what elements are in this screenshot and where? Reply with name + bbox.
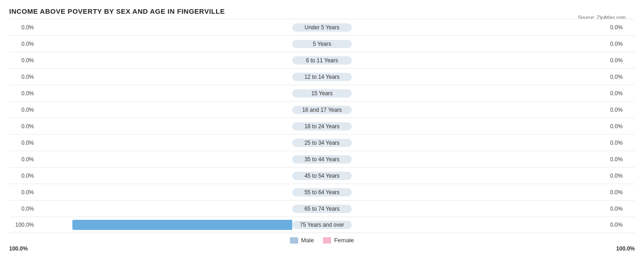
age-label: 35 to 44 Years: [292, 155, 352, 163]
age-label: 45 to 54 Years: [292, 172, 352, 180]
male-value: 0.0%: [9, 156, 37, 163]
bar-container: 5 Years: [37, 36, 607, 52]
male-bar: [72, 220, 292, 230]
female-value: 0.0%: [607, 41, 635, 47]
chart-row: 0.0% 16 and 17 Years 0.0%: [9, 101, 635, 118]
female-bar-wrap: [352, 154, 607, 164]
chart-area: 0.0% Under 5 Years 0.0% 0.0% 5 Years: [9, 19, 635, 233]
bar-container: 45 to 54 Years: [37, 168, 607, 184]
age-label: 6 to 11 Years: [292, 56, 352, 65]
chart-row: 0.0% 55 to 64 Years 0.0%: [9, 184, 635, 200]
female-value: 0.0%: [607, 189, 635, 196]
bar-container: Under 5 Years: [37, 19, 607, 35]
bar-container: 15 Years: [37, 85, 607, 101]
female-value: 0.0%: [607, 140, 635, 146]
male-bar-wrap: [37, 55, 292, 65]
male-value: 0.0%: [9, 41, 37, 47]
male-value: 0.0%: [9, 173, 37, 179]
age-label: 5 Years: [292, 40, 352, 48]
male-value: 0.0%: [9, 140, 37, 146]
bar-container: 75 Years and over: [37, 217, 607, 233]
female-value: 0.0%: [607, 206, 635, 212]
bottom-right-value: 100.0%: [616, 245, 635, 252]
female-value: 0.0%: [607, 173, 635, 179]
bottom-left-value: 100.0%: [9, 245, 28, 252]
chart-row: 100.0% 75 Years and over 0.0%: [9, 217, 635, 233]
male-value: 0.0%: [9, 74, 37, 80]
male-bar-wrap: [37, 39, 292, 49]
male-value: 100.0%: [9, 222, 37, 228]
female-bar-wrap: [352, 105, 607, 115]
female-bar-wrap: [352, 220, 607, 230]
chart-row: 0.0% 65 to 74 Years 0.0%: [9, 200, 635, 217]
age-label: Under 5 Years: [292, 23, 352, 32]
age-label: 75 Years and over: [292, 221, 352, 229]
legend-female-box: [323, 237, 331, 244]
male-value: 0.0%: [9, 57, 37, 64]
age-label: 65 to 74 Years: [292, 205, 352, 213]
female-bar-wrap: [352, 55, 607, 65]
female-bar-wrap: [352, 72, 607, 82]
female-bar-wrap: [352, 204, 607, 214]
female-bar-wrap: [352, 138, 607, 148]
bar-container: 25 to 34 Years: [37, 135, 607, 151]
bar-container: 12 to 14 Years: [37, 69, 607, 85]
female-value: 0.0%: [607, 123, 635, 130]
chart-row: 0.0% 25 to 34 Years 0.0%: [9, 134, 635, 151]
chart-row: 0.0% 18 to 24 Years 0.0%: [9, 118, 635, 134]
male-bar-wrap: [37, 105, 292, 115]
female-value: 0.0%: [607, 57, 635, 64]
chart-row: 0.0% 12 to 14 Years 0.0%: [9, 68, 635, 85]
male-bar-wrap: [37, 187, 292, 197]
chart-row: 0.0% 15 Years 0.0%: [9, 85, 635, 101]
male-bar-wrap: [37, 154, 292, 164]
male-value: 0.0%: [9, 189, 37, 196]
female-value: 0.0%: [607, 90, 635, 97]
bar-container: 16 and 17 Years: [37, 102, 607, 118]
age-label: 16 and 17 Years: [292, 106, 352, 114]
female-value: 0.0%: [607, 74, 635, 80]
male-bar-wrap: [37, 22, 292, 33]
age-label: 25 to 34 Years: [292, 139, 352, 147]
chart-row: 0.0% Under 5 Years 0.0%: [9, 19, 635, 35]
male-value: 0.0%: [9, 90, 37, 97]
female-value: 0.0%: [607, 107, 635, 113]
female-bar-wrap: [352, 39, 607, 49]
male-bar-wrap: [37, 88, 292, 98]
bar-container: 6 to 11 Years: [37, 52, 607, 68]
chart-title: INCOME ABOVE POVERTY BY SEX AND AGE IN F…: [9, 7, 635, 15]
male-value: 0.0%: [9, 123, 37, 130]
chart-row: 0.0% 5 Years 0.0%: [9, 35, 635, 52]
legend-male-label: Male: [301, 237, 314, 244]
male-bar-wrap: [37, 138, 292, 148]
bar-container: 18 to 24 Years: [37, 118, 607, 134]
male-value: 0.0%: [9, 206, 37, 212]
male-bar-wrap: [37, 121, 292, 131]
bar-container: 65 to 74 Years: [37, 201, 607, 217]
female-bar-wrap: [352, 187, 607, 197]
age-label: 12 to 14 Years: [292, 73, 352, 81]
male-bar-wrap: [37, 220, 292, 230]
female-bar-wrap: [352, 121, 607, 131]
female-bar-wrap: [352, 88, 607, 98]
legend: Male Female: [9, 237, 635, 244]
male-value: 0.0%: [9, 107, 37, 113]
male-value: 0.0%: [9, 24, 37, 31]
age-label: 55 to 64 Years: [292, 188, 352, 196]
female-value: 0.0%: [607, 156, 635, 163]
age-label: 15 Years: [292, 89, 352, 98]
bottom-labels: 100.0% 100.0%: [9, 245, 635, 252]
chart-row: 0.0% 35 to 44 Years 0.0%: [9, 151, 635, 167]
bar-container: 55 to 64 Years: [37, 184, 607, 200]
chart-row: 0.0% 6 to 11 Years 0.0%: [9, 52, 635, 68]
male-bar-wrap: [37, 72, 292, 82]
female-bar-wrap: [352, 171, 607, 181]
legend-female: Female: [323, 237, 354, 244]
male-bar-wrap: [37, 204, 292, 214]
male-bar-wrap: [37, 171, 292, 181]
chart-row: 0.0% 45 to 54 Years 0.0%: [9, 167, 635, 184]
bar-container: 35 to 44 Years: [37, 151, 607, 167]
female-value: 0.0%: [607, 24, 635, 31]
legend-male: Male: [290, 237, 314, 244]
female-value: 0.0%: [607, 222, 635, 228]
